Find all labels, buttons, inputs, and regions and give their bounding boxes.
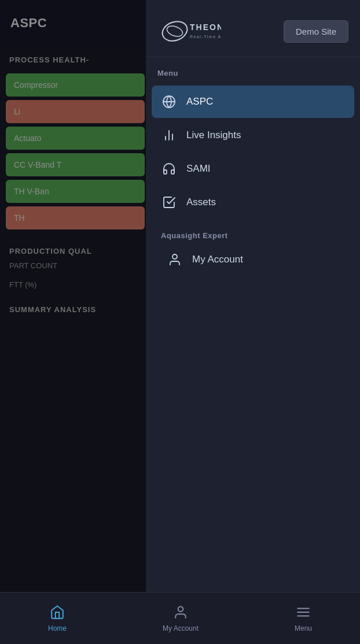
menu-items-list: ASPC Live Insights SAMI [146, 86, 360, 220]
logo-container: THEON Real-Time AI [157, 17, 221, 45]
user-icon [167, 251, 183, 268]
navigation-drawer: THEON Real-Time AI Demo Site Menu ASPC [146, 0, 360, 644]
nav-item-menu[interactable]: Menu [283, 600, 324, 637]
svg-point-1 [166, 24, 184, 39]
sidebar-item-assets[interactable]: Assets [152, 186, 354, 219]
home-icon [50, 605, 65, 622]
nav-item-label: Home [48, 624, 67, 632]
svg-text:Real-Time AI: Real-Time AI [190, 35, 221, 39]
expert-section: Aquasight Expert My Account [146, 220, 360, 280]
demo-site-button[interactable]: Demo Site [284, 20, 348, 43]
globe-icon [161, 94, 177, 110]
drawer-header: THEON Real-Time AI Demo Site [146, 0, 360, 57]
sidebar-item-aspc[interactable]: ASPC [152, 86, 354, 118]
expert-items-list: My Account [157, 243, 348, 276]
expert-section-label: Aquasight Expert [161, 231, 345, 240]
theon-logo: THEON Real-Time AI [157, 17, 221, 45]
menu-icon [296, 605, 311, 622]
sidebar-item-label: ASPC [186, 96, 213, 108]
user-icon [173, 605, 188, 622]
bottom-nav: Home My Account Menu [0, 592, 360, 644]
bar-chart-icon [161, 127, 177, 143]
nav-item-my-account[interactable]: My Account [151, 600, 210, 637]
sidebar-item-live-insights[interactable]: Live Insights [152, 119, 354, 151]
svg-point-19 [178, 606, 183, 612]
sidebar-item-label: SAMI [186, 163, 211, 175]
sidebar-item-label: Assets [186, 197, 216, 208]
svg-text:THEON: THEON [190, 23, 221, 32]
checkbox-icon [161, 194, 177, 210]
sidebar-item-label: Live Insights [186, 129, 241, 141]
nav-item-label: Menu [295, 624, 312, 632]
headset-icon [161, 161, 177, 177]
sidebar-item-sami[interactable]: SAMI [152, 153, 354, 185]
svg-point-0 [160, 18, 190, 44]
menu-section-label: Menu [157, 69, 348, 77]
svg-point-9 [172, 254, 177, 259]
sidebar-item-label: My Account [192, 254, 243, 265]
nav-item-home[interactable]: Home [36, 600, 78, 637]
sidebar-item-my-account[interactable]: My Account [157, 243, 348, 276]
nav-item-label: My Account [163, 624, 199, 632]
menu-section: Menu [146, 57, 360, 86]
